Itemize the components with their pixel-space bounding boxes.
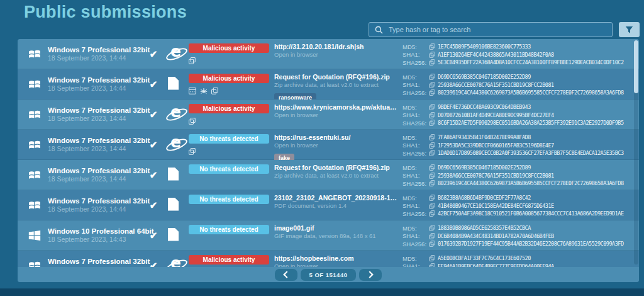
- copy-md5-icon[interactable]: [429, 195, 438, 201]
- copy-sha1-icon[interactable]: [429, 233, 438, 239]
- scrollbar-track[interactable]: [634, 40, 638, 265]
- next-page-button[interactable]: [359, 269, 382, 281]
- submission-row[interactable]: Windows 7 Professional 32bit 18 Septembe…: [18, 69, 639, 100]
- submission-row[interactable]: Windows 7 Professional 32bit 18 Septembe…: [18, 251, 639, 267]
- submission-row[interactable]: Windows 7 Professional 32bit 18 Septembe…: [18, 130, 639, 160]
- page-title: Public submissions: [24, 3, 187, 22]
- search-input[interactable]: [387, 25, 606, 34]
- copy-icon[interactable]: [189, 118, 196, 125]
- chevron-left-icon: [283, 271, 290, 278]
- md5-value: 7FA86AF93435B41F04B2478E99A8FAD8: [438, 134, 531, 140]
- submission-date: 18 September 2023, 14:44: [48, 175, 150, 183]
- copy-md5-icon[interactable]: [429, 255, 438, 261]
- sha1-label: SHA1:: [402, 172, 429, 179]
- sha256-value: 80239619C4CA44380C6269873A5B6B695585CCFC…: [438, 89, 624, 96]
- sha1-label: SHA1:: [402, 232, 429, 239]
- submission-date: 18 September 2023, 14:43: [48, 236, 154, 244]
- tag-list: [274, 181, 397, 190]
- copy-md5-icon[interactable]: [429, 74, 438, 80]
- md5-label: MD5:: [402, 195, 429, 202]
- sha1-label: SHA1:: [402, 202, 429, 209]
- md5-value: D69DC6569B385C0467185D002E252D89: [438, 74, 531, 80]
- copy-sha256-icon[interactable]: [429, 89, 438, 96]
- tag-ransomware[interactable]: ransomware: [274, 93, 316, 100]
- submission-subtitle: Open in browser: [274, 142, 397, 149]
- copy-sha1-icon[interactable]: [429, 52, 438, 58]
- filter-button[interactable]: [619, 22, 640, 37]
- pagination-bar: 5 OF 151440: [18, 267, 639, 282]
- submission-row[interactable]: Windows 10 Professional 64bit 18 Septemb…: [18, 220, 639, 251]
- copy-md5-icon[interactable]: [429, 104, 438, 110]
- submission-subtitle: Open in browser: [274, 263, 397, 267]
- verdict-badge: Malicious activity: [189, 43, 269, 53]
- copy-sha1-icon[interactable]: [429, 112, 438, 118]
- copy-icon[interactable]: [189, 57, 196, 64]
- sha256-value: 8C6F15D2AE7D5F090298EC0516BDA26A38A253B5…: [438, 120, 624, 126]
- submission-row[interactable]: Windows 7 Professional 32bit 18 Septembe…: [18, 39, 639, 69]
- copy-sha1-icon[interactable]: [429, 173, 438, 179]
- copy-sha1-icon[interactable]: [429, 82, 438, 88]
- copy-icon[interactable]: [189, 148, 196, 155]
- sha1-value: 41B480B9467CE10C158EA42DE84ECF6875D6431E: [438, 203, 554, 209]
- md5-value: 9BDEF4E736DCC48A693C9C064DBEB943: [438, 104, 531, 110]
- copy-sha256-icon[interactable]: [429, 120, 438, 126]
- copy-sha1-icon[interactable]: [429, 203, 438, 209]
- copy-md5-icon[interactable]: [429, 134, 438, 140]
- verdict-badge: No threats detected: [189, 225, 269, 234]
- completed-check-icon: ✔: [150, 48, 158, 60]
- md5-value: 1E7C45D89F5409106BE823600C775333: [438, 43, 531, 50]
- document-icon: [166, 77, 179, 93]
- copy-sha1-icon[interactable]: [429, 142, 438, 149]
- sha1-value: 1F2953DA5C339DBCCF0660165FAB3C5196D8E4E7: [438, 142, 554, 149]
- spider-icon[interactable]: [200, 88, 208, 94]
- submission-name: image001.gif: [274, 224, 397, 232]
- sha256-label: SHA256:: [402, 180, 429, 187]
- copy-sha256-icon[interactable]: [429, 210, 438, 217]
- copy-md5-icon[interactable]: [429, 225, 438, 231]
- row-action-icons: [189, 178, 274, 185]
- sha256-label: SHA256:: [402, 59, 429, 66]
- sha1-label: SHA1:: [402, 81, 429, 88]
- search-bar[interactable]: [369, 22, 613, 37]
- document-icon: [166, 198, 179, 213]
- windows7-logo-icon: [28, 77, 42, 91]
- submission-name: 23102_23102_ANGEBOT_20230918-123542...: [274, 194, 397, 202]
- copy-sha256-icon[interactable]: [429, 180, 438, 186]
- archive-icon[interactable]: [189, 88, 196, 94]
- copy-sha256-icon[interactable]: [429, 59, 438, 65]
- submission-date: 18 September 2023, 14:44: [48, 115, 150, 123]
- os-name: Windows 7 Professional 32bit: [48, 46, 150, 54]
- submission-name: https://rus-essentuki.su/: [274, 134, 397, 141]
- submission-row[interactable]: Windows 7 Professional 32bit 18 Septembe…: [18, 100, 639, 130]
- completed-check-icon: ✔: [150, 79, 158, 90]
- submission-row[interactable]: Windows 7 Professional 32bit 18 Septembe…: [18, 160, 639, 190]
- submission-row[interactable]: Windows 7 Professional 32bit 18 Septembe…: [18, 190, 639, 220]
- md5-label: MD5:: [402, 164, 429, 171]
- copy-icon[interactable]: [211, 88, 218, 94]
- completed-check-icon: ✔: [150, 139, 158, 151]
- sha256-value: 42BCF750A4F3A98C18C910521F0B6A0085677384…: [438, 210, 624, 217]
- tag-fake[interactable]: fake: [274, 154, 294, 160]
- os-name: Windows 7 Professional 32bit: [48, 76, 150, 84]
- windows7-logo-icon: [28, 138, 42, 152]
- md5-label: MD5:: [402, 104, 429, 111]
- sha256-value: 1DAD0D17D895089CECC0B2A0F393536CF27EFA3F…: [438, 150, 624, 156]
- internet-explorer-icon: e: [166, 135, 185, 154]
- page-indicator: 5 OF 151440: [301, 269, 357, 281]
- completed-check-icon: ✔: [150, 200, 158, 211]
- row-action-icons: [189, 57, 274, 64]
- submission-name: https://www.krynicamorska.pw/aktualnosci…: [274, 103, 397, 111]
- sha256-value: 80239619C4CA44380C6269873A5B6B695585CCFC…: [438, 180, 624, 186]
- scrollbar-thumb[interactable]: [634, 40, 638, 93]
- sha256-label: SHA256:: [402, 120, 429, 127]
- copy-sha256-icon[interactable]: [429, 241, 438, 247]
- copy-md5-icon[interactable]: [429, 164, 438, 171]
- prev-page-button[interactable]: [275, 269, 297, 281]
- windows7-logo-icon: [28, 108, 42, 122]
- verdict-badge: Malicious activity: [189, 104, 269, 113]
- copy-sha256-icon[interactable]: [429, 150, 438, 156]
- verdict-badge: Malicious activity: [189, 74, 269, 83]
- copy-md5-icon[interactable]: [429, 43, 438, 50]
- tag-list: [274, 121, 397, 130]
- os-name: Windows 7 Professional 32bit: [48, 137, 150, 145]
